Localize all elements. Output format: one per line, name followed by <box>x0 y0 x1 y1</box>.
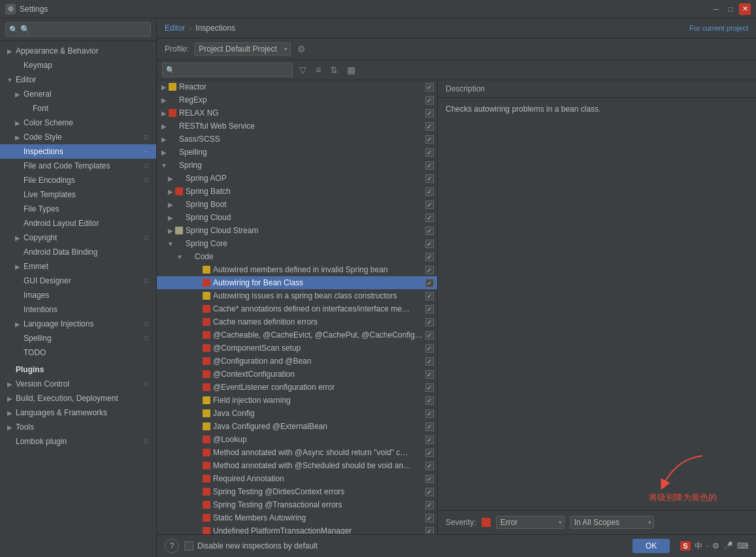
sidebar-item-plugins[interactable]: Plugins <box>0 362 156 377</box>
inspection-item-sass[interactable]: ▶ Sass/SCSS <box>157 133 437 146</box>
sidebar-item-version-control[interactable]: ▶ Version Control ⊡ <box>0 377 156 391</box>
inspection-item-configuration-bean[interactable]: @Configuration and @Bean <box>157 355 437 368</box>
inspection-checkbox[interactable] <box>425 161 434 170</box>
inspection-checkbox[interactable] <box>425 96 434 104</box>
inspection-item-spelling[interactable]: ▶ Spelling <box>157 146 437 159</box>
sidebar-item-code-style[interactable]: ▶ Code Style ⊡ <box>0 130 156 144</box>
inspection-checkbox[interactable] <box>425 449 434 457</box>
profile-gear-button[interactable]: ⚙ <box>296 42 307 56</box>
inspection-checkbox[interactable] <box>425 214 434 222</box>
inspection-item-cache-annotations[interactable]: Cache* annotations defined on interfaces… <box>157 302 437 315</box>
inspection-checkbox[interactable] <box>425 462 434 470</box>
inspection-checkbox[interactable] <box>425 514 434 522</box>
minimize-button[interactable]: ─ <box>710 3 722 15</box>
severity-select[interactable]: Error Warning Weak Warning Information <box>496 516 565 529</box>
sidebar-item-language-injections[interactable]: ▶ Language Injections ⊡ <box>0 317 156 331</box>
sidebar-item-languages-frameworks[interactable]: ▶ Languages & Frameworks <box>0 406 156 420</box>
sidebar-item-file-code-templates[interactable]: File and Code Templates ⊡ <box>0 159 156 173</box>
collapse-button[interactable]: ⇅ <box>327 63 340 76</box>
inspection-checkbox[interactable] <box>425 370 434 379</box>
inspection-checkbox[interactable] <box>425 187 434 196</box>
inspections-search-input[interactable] <box>162 63 293 77</box>
inspection-item-method-async[interactable]: Method annotated with @Async should retu… <box>157 446 437 459</box>
sidebar-item-intentions[interactable]: Intentions <box>0 302 156 317</box>
sidebar-item-color-scheme[interactable]: ▶ Color Scheme <box>0 116 156 130</box>
sidebar-item-inspections[interactable]: Inspections → <box>0 144 156 159</box>
sidebar-item-keymap[interactable]: Keymap <box>0 58 156 72</box>
inspection-item-spring-testing-dirties[interactable]: Spring Testing @DirtiesContext errors <box>157 485 437 498</box>
inspection-checkbox[interactable] <box>425 279 434 287</box>
sidebar-item-tools[interactable]: ▶ Tools <box>0 420 156 434</box>
inspection-checkbox[interactable] <box>425 305 434 313</box>
inspection-item-spring-batch[interactable]: ▶ Spring Batch <box>157 185 437 198</box>
sidebar-item-appearance[interactable]: ▶ Appearance & Behavior <box>0 44 156 58</box>
inspection-item-undefined-platform[interactable]: Undefined PlatformTransactionManager <box>157 524 437 534</box>
inspection-checkbox[interactable] <box>425 409 434 418</box>
inspection-item-spring-core[interactable]: ▼ Spring Core <box>157 237 437 250</box>
inspection-checkbox[interactable] <box>425 292 434 300</box>
profile-select[interactable]: Project Default Project <box>194 42 291 56</box>
inspection-item-spring-boot[interactable]: ▶ Spring Boot <box>157 198 437 211</box>
inspection-item-cacheable[interactable]: @Cacheable, @CacheEvict, @CachePut, @Cac… <box>157 328 437 342</box>
inspection-checkbox[interactable] <box>425 344 434 353</box>
inspection-item-code[interactable]: ▼ Code <box>157 250 437 263</box>
inspection-item-field-injection[interactable]: Field injection warning <box>157 394 437 407</box>
inspection-checkbox[interactable] <box>425 383 434 392</box>
inspection-checkbox[interactable] <box>425 357 434 366</box>
inspection-checkbox[interactable] <box>425 396 434 405</box>
inspection-checkbox[interactable] <box>425 227 434 235</box>
ok-button[interactable]: OK <box>633 539 670 553</box>
sidebar-item-gui-designer[interactable]: GUI Designer ⊡ <box>0 274 156 288</box>
sidebar-item-file-encodings[interactable]: File Encodings ⊡ <box>0 173 156 187</box>
inspection-checkbox[interactable] <box>425 122 434 131</box>
inspection-item-static-members[interactable]: Static Members Autowiring <box>157 511 437 524</box>
inspection-checkbox[interactable] <box>425 475 434 483</box>
inspection-item-spring[interactable]: ▼ Spring <box>157 159 437 172</box>
filter-button[interactable]: ▽ <box>297 63 309 76</box>
help-button[interactable]: ? <box>165 539 179 553</box>
inspection-item-reactor[interactable]: ▶ Reactor <box>157 80 437 93</box>
inspection-checkbox[interactable] <box>425 318 434 326</box>
expand-all-button[interactable]: ≡ <box>313 63 323 76</box>
inspection-checkbox[interactable] <box>425 200 434 209</box>
sidebar-search-input[interactable] <box>5 22 151 37</box>
inspection-checkbox[interactable] <box>425 501 434 509</box>
inspection-item-restful[interactable]: ▶ RESTful Web Service <box>157 119 437 133</box>
sidebar-item-copyright[interactable]: ▶ Copyright ⊡ <box>0 231 156 245</box>
inspection-checkbox[interactable] <box>425 240 434 248</box>
inspection-item-cache-names[interactable]: Cache names definition errors <box>157 315 437 328</box>
sidebar-item-build-execution[interactable]: ▶ Build, Execution, Deployment <box>0 391 156 406</box>
inspection-item-autowiring-issues[interactable]: Autowiring issues in a spring bean class… <box>157 289 437 302</box>
disable-inspections-checkbox-label[interactable]: Disable new inspections by default <box>184 541 318 550</box>
inspection-item-regexp[interactable]: ▶ RegExp <box>157 93 437 106</box>
disable-inspections-checkbox[interactable] <box>184 541 193 550</box>
breadcrumb-editor[interactable]: Editor <box>165 24 185 33</box>
sidebar-item-lombok-plugin[interactable]: Lombok plugin ⊡ <box>0 434 156 449</box>
sidebar-item-font[interactable]: Font <box>0 101 156 116</box>
inspection-item-spring-cloud-stream[interactable]: ▶ Spring Cloud Stream <box>157 224 437 237</box>
inspection-checkbox[interactable] <box>425 109 434 118</box>
inspection-item-java-configured-externalbean[interactable]: Java Configured @ExternalBean <box>157 420 437 433</box>
close-button[interactable]: ✕ <box>739 3 751 15</box>
scope-select[interactable]: In All Scopes In Tests In Production Cod… <box>570 516 654 529</box>
inspection-checkbox[interactable] <box>425 527 434 535</box>
inspection-item-spring-cloud[interactable]: ▶ Spring Cloud <box>157 211 437 224</box>
inspection-checkbox[interactable] <box>425 331 434 340</box>
sidebar-item-general[interactable]: ▶ General <box>0 87 156 101</box>
inspection-item-autowiring-bean-class[interactable]: Autowiring for Bean Class <box>157 276 437 289</box>
sidebar-item-android-layout-editor[interactable]: Android Layout Editor <box>0 216 156 231</box>
inspection-item-spring-aop[interactable]: ▶ Spring AOP <box>157 172 437 185</box>
inspection-item-relax-ng[interactable]: ▶ RELAX NG <box>157 106 437 119</box>
inspection-item-event-listener[interactable]: @EventListener configuration error <box>157 381 437 394</box>
sidebar-item-editor[interactable]: ▼ Editor <box>0 72 156 87</box>
inspection-checkbox[interactable] <box>425 174 434 183</box>
inspection-item-componentscan[interactable]: @ComponentScan setup <box>157 342 437 355</box>
sidebar-item-file-types[interactable]: File Types <box>0 202 156 216</box>
inspection-checkbox[interactable] <box>425 148 434 157</box>
sidebar-item-live-templates[interactable]: Live Templates <box>0 187 156 202</box>
sidebar-item-emmet[interactable]: ▶ Emmet <box>0 259 156 274</box>
inspection-checkbox[interactable] <box>425 422 434 431</box>
sidebar-item-todo[interactable]: TODO <box>0 345 156 360</box>
inspection-checkbox[interactable] <box>425 436 434 444</box>
sidebar-item-android-data-binding[interactable]: Android Data Binding <box>0 245 156 259</box>
